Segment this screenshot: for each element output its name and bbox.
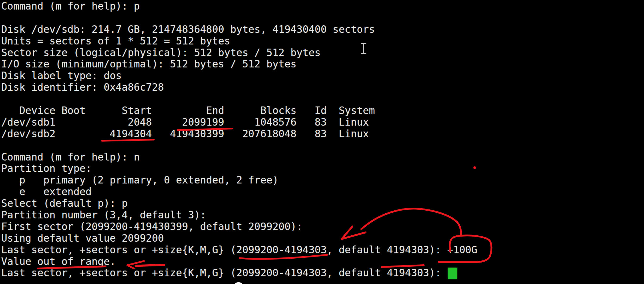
terminal-line: Value out of range. xyxy=(1,256,644,268)
terminal-line xyxy=(1,12,644,24)
terminal-line: Disk label type: dos xyxy=(1,70,644,82)
terminal-line: Partition number (3,4, default 3): xyxy=(1,209,644,221)
terminal-line: Device Boot Start End Blocks Id System xyxy=(1,105,644,117)
terminal-line xyxy=(1,93,644,105)
terminal-line: Disk identifier: 0x4a86c728 xyxy=(1,82,644,93)
terminal-line: First sector (2099200-419430399, default… xyxy=(1,221,644,233)
terminal-line: e extended xyxy=(1,186,644,198)
terminal-line: /dev/sdb2 4194304 419430399 207618048 83… xyxy=(1,128,644,140)
terminal-cursor xyxy=(448,268,457,279)
terminal-line: Select (default p): p xyxy=(1,198,644,209)
terminal-line xyxy=(1,140,644,152)
terminal-line: Sector size (logical/physical): 512 byte… xyxy=(1,47,644,59)
terminal-line: Disk /dev/sdb: 214.7 GB, 214748364800 by… xyxy=(1,24,644,36)
terminal-line: Partition type: xyxy=(1,163,644,175)
terminal-line: Command (m for help): p xyxy=(1,1,644,12)
terminal-line: p primary (2 primary, 0 extended, 2 free… xyxy=(1,175,644,186)
terminal-line: Command (m for help): n xyxy=(1,152,644,163)
terminal-line: Using default value 2099200 xyxy=(1,233,644,244)
terminal-line: I/O size (minimum/optimal): 512 bytes / … xyxy=(1,58,644,70)
terminal-screen[interactable]: Command (m for help): p Disk /dev/sdb: 2… xyxy=(0,0,644,284)
terminal-line: Last sector, +sectors or +size{K,M,G} (2… xyxy=(1,244,644,256)
terminal-line: Last sector, +sectors or +size{K,M,G} (2… xyxy=(1,267,644,279)
terminal-line: /dev/sdb1 2048 2099199 1048576 83 Linux xyxy=(1,117,644,128)
terminal-line: Units = sectors of 1 * 512 = 512 bytes xyxy=(1,36,644,47)
